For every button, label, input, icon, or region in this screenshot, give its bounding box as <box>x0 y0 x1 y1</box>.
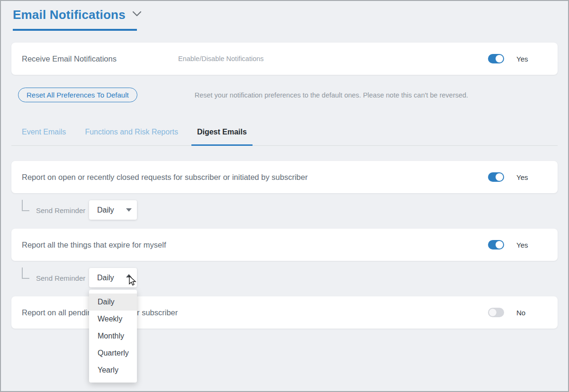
send-reminder-row-2: Send Reminder Daily <box>21 268 568 287</box>
reminder-frequency-select-2[interactable]: Daily <box>89 268 137 287</box>
report-label: Report on open or recently closed reques… <box>22 173 307 182</box>
report-expiring-things-card: Report all the things that expire for my… <box>11 229 558 261</box>
caret-up-icon <box>126 274 132 277</box>
receive-notifications-toggle[interactable] <box>488 54 504 63</box>
send-reminder-label: Send Reminder <box>36 274 85 282</box>
dropdown-option-quarterly[interactable]: Quarterly <box>89 345 137 362</box>
toggle-knob <box>496 241 503 249</box>
report-label: Report all the things that expire for my… <box>22 241 166 249</box>
tab-digest-emails[interactable]: Digest Emails <box>191 128 253 145</box>
dropdown-option-daily[interactable]: Daily <box>89 294 137 311</box>
tab-functions-and-risk-reports[interactable]: Functions and Risk Reports <box>79 128 184 145</box>
report-expiring-things-toggle[interactable] <box>488 240 504 249</box>
toggle-knob <box>496 55 503 62</box>
tab-event-emails[interactable]: Event Emails <box>16 128 72 145</box>
report-open-closed-requests-card: Report on open or recently closed reques… <box>11 161 558 193</box>
selected-frequency: Daily <box>97 274 114 282</box>
reset-preferences-button[interactable]: Reset All Preferences To Default <box>18 88 137 102</box>
page-header: Email Notifications <box>1 1 568 22</box>
report-state: Yes <box>516 241 528 249</box>
caret-down-icon <box>126 208 132 212</box>
page-title: Email Notifications <box>13 8 126 22</box>
report-pending-requests-toggle[interactable] <box>488 308 504 317</box>
dropdown-option-weekly[interactable]: Weekly <box>89 311 137 328</box>
reminder-frequency-select-1[interactable]: Daily <box>89 200 137 220</box>
title-underline <box>13 29 137 31</box>
dropdown-option-monthly[interactable]: Monthly <box>89 328 137 345</box>
dropdown-option-yearly[interactable]: Yearly <box>89 362 137 379</box>
reset-preferences-description: Reset your notification preferences to t… <box>195 91 468 99</box>
send-reminder-label: Send Reminder <box>36 206 85 214</box>
receive-notifications-state: Yes <box>516 55 528 63</box>
frequency-dropdown-menu: Daily Weekly Monthly Quarterly Yearly <box>89 290 137 383</box>
report-state: Yes <box>516 173 528 181</box>
email-notifications-page: Email Notifications Receive Email Notifi… <box>0 0 569 392</box>
receive-notifications-description: Enable/Disable Notifications <box>178 55 264 62</box>
report-state: No <box>516 309 525 317</box>
reset-preferences-row: Reset All Preferences To Default Reset y… <box>18 88 568 102</box>
tree-connector-icon <box>22 200 29 211</box>
receive-notifications-card: Receive Email Notifications Enable/Disab… <box>11 43 558 75</box>
chevron-down-icon[interactable] <box>132 10 142 19</box>
report-open-closed-requests-toggle[interactable] <box>488 172 504 182</box>
notification-tabs: Event Emails Functions and Risk Reports … <box>11 128 558 146</box>
toggle-knob <box>489 309 497 316</box>
selected-frequency: Daily <box>97 206 114 214</box>
receive-notifications-label: Receive Email Notifications <box>22 54 117 63</box>
toggle-knob <box>496 173 503 181</box>
tree-connector-icon <box>22 267 29 279</box>
send-reminder-row-1: Send Reminder Daily <box>21 200 568 220</box>
